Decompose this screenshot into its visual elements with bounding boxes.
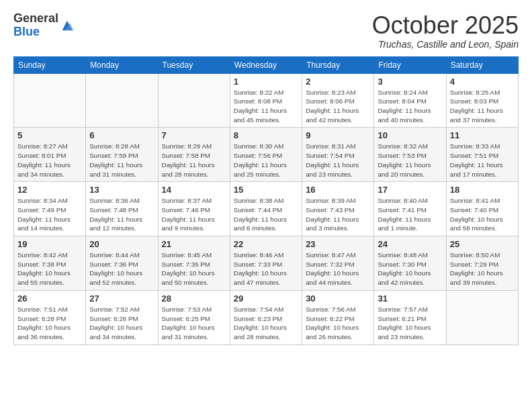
day-number: 27 <box>89 293 154 304</box>
day-number: 16 <box>306 185 370 195</box>
day-number: 17 <box>378 185 442 195</box>
day-info: Sunrise: 8:22 AM Sunset: 8:08 PM Dayligh… <box>234 88 298 125</box>
day-info: Sunrise: 8:27 AM Sunset: 8:01 PM Dayligh… <box>17 142 82 179</box>
table-row: 17Sunrise: 8:40 AM Sunset: 7:41 PM Dayli… <box>374 182 446 236</box>
weekday-header-row: Sunday Monday Tuesday Wednesday Thursday… <box>14 56 519 73</box>
day-number: 30 <box>306 293 370 304</box>
table-row: 2Sunrise: 8:23 AM Sunset: 8:06 PM Daylig… <box>302 73 374 128</box>
day-number: 15 <box>234 185 298 195</box>
table-row: 31Sunrise: 7:57 AM Sunset: 6:21 PM Dayli… <box>374 290 446 345</box>
table-row: 25Sunrise: 8:50 AM Sunset: 7:29 PM Dayli… <box>446 236 518 291</box>
table-row: 11Sunrise: 8:33 AM Sunset: 7:51 PM Dayli… <box>446 128 518 182</box>
day-info: Sunrise: 8:31 AM Sunset: 7:54 PM Dayligh… <box>306 142 370 179</box>
day-info: Sunrise: 8:24 AM Sunset: 8:04 PM Dayligh… <box>378 88 442 125</box>
day-number: 28 <box>162 293 226 304</box>
logo-text: General Blue <box>13 12 58 39</box>
month-title: October 2025 <box>372 12 519 39</box>
day-info: Sunrise: 8:34 AM Sunset: 7:49 PM Dayligh… <box>17 196 82 233</box>
table-row: 14Sunrise: 8:37 AM Sunset: 7:46 PM Dayli… <box>158 182 230 236</box>
table-row: 12Sunrise: 8:34 AM Sunset: 7:49 PM Dayli… <box>14 182 86 236</box>
day-number: 14 <box>162 185 226 195</box>
day-info: Sunrise: 8:33 AM Sunset: 7:51 PM Dayligh… <box>450 142 515 179</box>
day-info: Sunrise: 8:48 AM Sunset: 7:30 PM Dayligh… <box>378 250 442 287</box>
header-friday: Friday <box>374 56 446 73</box>
table-row <box>446 290 518 345</box>
day-info: Sunrise: 8:42 AM Sunset: 7:38 PM Dayligh… <box>17 250 82 287</box>
day-info: Sunrise: 8:38 AM Sunset: 7:44 PM Dayligh… <box>234 196 298 233</box>
table-row: 8Sunrise: 8:30 AM Sunset: 7:56 PM Daylig… <box>230 128 302 182</box>
day-info: Sunrise: 8:41 AM Sunset: 7:40 PM Dayligh… <box>450 196 515 233</box>
calendar-table: Sunday Monday Tuesday Wednesday Thursday… <box>13 56 519 345</box>
day-info: Sunrise: 8:50 AM Sunset: 7:29 PM Dayligh… <box>450 250 515 287</box>
day-number: 25 <box>450 239 515 249</box>
table-row: 26Sunrise: 7:51 AM Sunset: 6:28 PM Dayli… <box>14 290 86 345</box>
day-number: 11 <box>450 130 515 140</box>
day-number: 8 <box>234 130 298 140</box>
header-wednesday: Wednesday <box>230 56 302 73</box>
day-info: Sunrise: 8:32 AM Sunset: 7:53 PM Dayligh… <box>378 142 442 179</box>
day-number: 26 <box>17 293 82 304</box>
day-info: Sunrise: 8:28 AM Sunset: 7:59 PM Dayligh… <box>89 142 154 179</box>
day-info: Sunrise: 7:57 AM Sunset: 6:21 PM Dayligh… <box>378 305 442 342</box>
table-row: 29Sunrise: 7:54 AM Sunset: 6:23 PM Dayli… <box>230 290 302 345</box>
table-row: 6Sunrise: 8:28 AM Sunset: 7:59 PM Daylig… <box>86 128 158 182</box>
day-info: Sunrise: 8:47 AM Sunset: 7:32 PM Dayligh… <box>306 250 370 287</box>
table-row <box>158 73 230 128</box>
day-number: 18 <box>450 185 515 195</box>
day-info: Sunrise: 8:23 AM Sunset: 8:06 PM Dayligh… <box>306 88 370 125</box>
day-number: 4 <box>450 77 515 87</box>
table-row: 4Sunrise: 8:25 AM Sunset: 8:03 PM Daylig… <box>446 73 518 128</box>
table-row: 1Sunrise: 8:22 AM Sunset: 8:08 PM Daylig… <box>230 73 302 128</box>
day-number: 20 <box>89 239 154 249</box>
day-number: 31 <box>378 293 442 304</box>
header-monday: Monday <box>86 56 158 73</box>
header-saturday: Saturday <box>446 56 518 73</box>
day-number: 1 <box>234 77 298 87</box>
day-number: 19 <box>17 239 82 249</box>
calendar-row: 19Sunrise: 8:42 AM Sunset: 7:38 PM Dayli… <box>14 236 519 291</box>
header-tuesday: Tuesday <box>158 56 230 73</box>
table-row: 28Sunrise: 7:53 AM Sunset: 6:25 PM Dayli… <box>158 290 230 345</box>
day-info: Sunrise: 8:25 AM Sunset: 8:03 PM Dayligh… <box>450 88 515 125</box>
day-info: Sunrise: 7:54 AM Sunset: 6:23 PM Dayligh… <box>234 305 298 342</box>
table-row: 20Sunrise: 8:44 AM Sunset: 7:36 PM Dayli… <box>86 236 158 291</box>
table-row: 15Sunrise: 8:38 AM Sunset: 7:44 PM Dayli… <box>230 182 302 236</box>
day-number: 3 <box>378 77 442 87</box>
day-info: Sunrise: 7:53 AM Sunset: 6:25 PM Dayligh… <box>162 305 226 342</box>
page: General Blue October 2025 Truchas, Casti… <box>0 0 532 411</box>
day-number: 5 <box>17 130 82 140</box>
logo-blue: Blue <box>13 26 58 39</box>
table-row: 3Sunrise: 8:24 AM Sunset: 8:04 PM Daylig… <box>374 73 446 128</box>
header-thursday: Thursday <box>302 56 374 73</box>
header-sunday: Sunday <box>14 56 86 73</box>
header: General Blue October 2025 Truchas, Casti… <box>13 12 519 50</box>
day-number: 24 <box>378 239 442 249</box>
day-info: Sunrise: 8:37 AM Sunset: 7:46 PM Dayligh… <box>162 196 226 233</box>
table-row: 13Sunrise: 8:36 AM Sunset: 7:48 PM Dayli… <box>86 182 158 236</box>
day-info: Sunrise: 8:36 AM Sunset: 7:48 PM Dayligh… <box>89 196 154 233</box>
day-number: 29 <box>234 293 298 304</box>
day-info: Sunrise: 8:44 AM Sunset: 7:36 PM Dayligh… <box>89 250 154 287</box>
table-row <box>86 73 158 128</box>
table-row: 22Sunrise: 8:46 AM Sunset: 7:33 PM Dayli… <box>230 236 302 291</box>
title-block: October 2025 Truchas, Castille and Leon,… <box>372 12 519 50</box>
table-row: 9Sunrise: 8:31 AM Sunset: 7:54 PM Daylig… <box>302 128 374 182</box>
day-info: Sunrise: 8:30 AM Sunset: 7:56 PM Dayligh… <box>234 142 298 179</box>
table-row: 18Sunrise: 8:41 AM Sunset: 7:40 PM Dayli… <box>446 182 518 236</box>
day-number: 21 <box>162 239 226 249</box>
day-number: 23 <box>306 239 370 249</box>
table-row: 16Sunrise: 8:39 AM Sunset: 7:43 PM Dayli… <box>302 182 374 236</box>
day-info: Sunrise: 8:45 AM Sunset: 7:35 PM Dayligh… <box>162 250 226 287</box>
calendar-row: 26Sunrise: 7:51 AM Sunset: 6:28 PM Dayli… <box>14 290 519 345</box>
day-info: Sunrise: 8:40 AM Sunset: 7:41 PM Dayligh… <box>378 196 442 233</box>
calendar-row: 5Sunrise: 8:27 AM Sunset: 8:01 PM Daylig… <box>14 128 519 182</box>
day-number: 9 <box>306 130 370 140</box>
table-row: 24Sunrise: 8:48 AM Sunset: 7:30 PM Dayli… <box>374 236 446 291</box>
table-row: 21Sunrise: 8:45 AM Sunset: 7:35 PM Dayli… <box>158 236 230 291</box>
day-info: Sunrise: 7:52 AM Sunset: 6:26 PM Dayligh… <box>89 305 154 342</box>
day-info: Sunrise: 7:56 AM Sunset: 6:22 PM Dayligh… <box>306 305 370 342</box>
day-number: 12 <box>17 185 82 195</box>
day-number: 7 <box>162 130 226 140</box>
table-row: 27Sunrise: 7:52 AM Sunset: 6:26 PM Dayli… <box>86 290 158 345</box>
logo-icon <box>60 18 75 33</box>
